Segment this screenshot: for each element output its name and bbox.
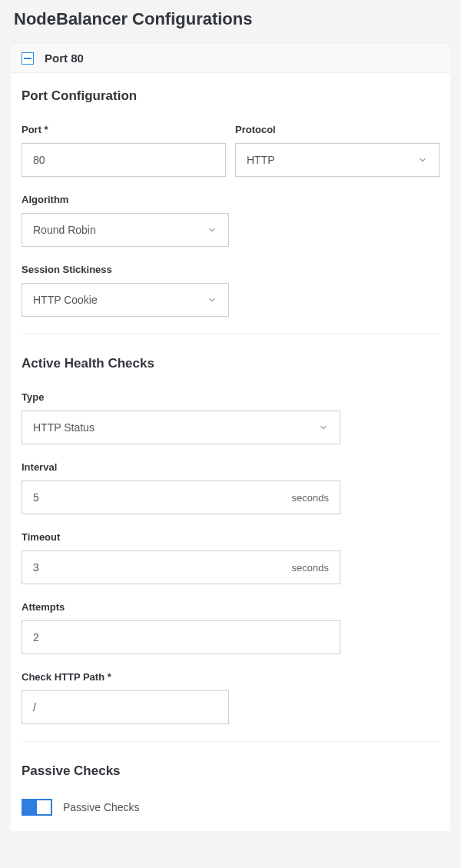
toggle-knob: [37, 800, 51, 814]
section-title-health-checks: Active Health Checks: [22, 356, 439, 371]
divider: [22, 741, 439, 742]
path-input[interactable]: [33, 701, 217, 713]
type-field: Type HTTP Status: [22, 391, 340, 444]
passive-checks-toggle[interactable]: [22, 799, 52, 816]
accordion-body: Port Configuration Port * Protocol HTTP …: [11, 73, 450, 831]
timeout-label: Timeout: [22, 531, 340, 543]
algorithm-value: Round Robin: [33, 224, 96, 236]
divider: [22, 334, 439, 334]
attempts-input-wrap[interactable]: [22, 620, 340, 654]
attempts-field: Attempts: [22, 601, 340, 654]
algorithm-select[interactable]: Round Robin: [22, 213, 229, 247]
attempts-input[interactable]: [33, 631, 329, 644]
interval-input-wrap[interactable]: seconds: [22, 481, 340, 514]
stickiness-label: Session Stickiness: [22, 264, 229, 275]
svg-rect-0: [24, 58, 32, 59]
attempts-label: Attempts: [22, 601, 340, 613]
port-label: Port *: [22, 124, 226, 135]
chevron-down-icon: [207, 294, 217, 305]
chevron-down-icon: [207, 224, 217, 235]
timeout-input[interactable]: [33, 561, 284, 574]
passive-checks-toggle-row: Passive Checks: [22, 799, 439, 816]
type-value: HTTP Status: [33, 421, 95, 434]
interval-unit: seconds: [284, 492, 329, 504]
algorithm-label: Algorithm: [22, 194, 229, 205]
chevron-down-icon: [417, 155, 428, 165]
section-title-port-config: Port Configuration: [22, 88, 439, 104]
protocol-value: HTTP: [247, 154, 275, 166]
type-label: Type: [22, 391, 340, 403]
protocol-field: Protocol HTTP: [235, 124, 439, 177]
port-input-wrap[interactable]: [22, 143, 226, 177]
port-field: Port *: [22, 124, 226, 177]
path-label: Check HTTP Path *: [22, 671, 229, 683]
stickiness-value: HTTP Cookie: [33, 294, 98, 306]
port-accordion: Port 80 Port Configuration Port * Protoc…: [11, 43, 450, 831]
timeout-unit: seconds: [284, 562, 329, 574]
path-field: Check HTTP Path *: [22, 671, 229, 724]
algorithm-field: Algorithm Round Robin: [22, 194, 229, 247]
section-title-passive-checks: Passive Checks: [22, 763, 439, 779]
type-select[interactable]: HTTP Status: [22, 411, 340, 444]
minus-icon: [22, 52, 34, 65]
page-title: NodeBalancer Configurations: [0, 0, 461, 43]
accordion-title: Port 80: [45, 52, 84, 65]
protocol-select[interactable]: HTTP: [235, 143, 439, 177]
interval-field: Interval seconds: [22, 461, 340, 514]
accordion-header[interactable]: Port 80: [11, 43, 450, 73]
port-input[interactable]: [33, 154, 214, 166]
timeout-field: Timeout seconds: [22, 531, 340, 584]
timeout-input-wrap[interactable]: seconds: [22, 550, 340, 584]
stickiness-field: Session Stickiness HTTP Cookie: [22, 264, 229, 317]
chevron-down-icon: [318, 422, 329, 433]
interval-label: Interval: [22, 461, 340, 473]
interval-input[interactable]: [33, 491, 284, 504]
stickiness-select[interactable]: HTTP Cookie: [22, 283, 229, 317]
protocol-label: Protocol: [235, 124, 439, 135]
passive-checks-toggle-label: Passive Checks: [63, 801, 140, 813]
path-input-wrap[interactable]: [22, 690, 229, 724]
